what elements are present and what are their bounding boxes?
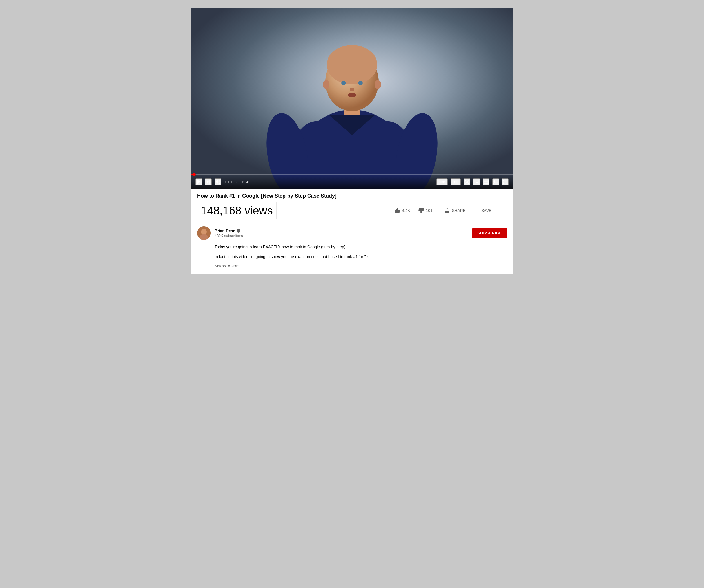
video-info: How to Rank #1 in Google [New Step-by-St…	[191, 189, 513, 222]
divider	[438, 207, 438, 214]
video-thumbnail	[191, 8, 513, 189]
theater-button[interactable]	[483, 179, 489, 185]
volume-icon	[215, 179, 221, 185]
cc-icon: CC	[453, 179, 459, 185]
avatar-image	[197, 226, 211, 240]
svg-point-11	[350, 88, 354, 91]
show-more-button[interactable]: SHOW MORE	[215, 264, 239, 268]
svg-marker-16	[207, 180, 209, 184]
channel-name: Brian Dean	[215, 228, 472, 233]
cc-button[interactable]: CC	[451, 179, 461, 185]
fullscreen-icon	[503, 179, 508, 185]
save-label: SAVE	[481, 208, 491, 213]
like-count: 4.4K	[402, 208, 410, 213]
subscriber-count: 430K subscribers	[215, 234, 472, 238]
next-button[interactable]	[205, 179, 212, 185]
svg-point-14	[374, 80, 381, 89]
gear-icon	[464, 179, 470, 185]
channel-avatar[interactable]	[197, 226, 211, 240]
time-total: 19:49	[241, 180, 251, 184]
svg-point-37	[201, 229, 207, 235]
autoplay-button[interactable]	[436, 179, 448, 185]
miniplayer-button[interactable]	[473, 179, 480, 185]
video-title: How to Rank #1 in Google [New Step-by-St…	[197, 193, 507, 200]
more-dots: ···	[498, 207, 505, 214]
action-buttons: 4.4K 101	[391, 205, 507, 216]
share-button[interactable]: SHARE	[441, 205, 469, 216]
description-line1: Today you're going to learn EXACTLY how …	[215, 244, 507, 250]
like-button[interactable]: 4.4K	[391, 205, 414, 216]
svg-point-8	[327, 45, 377, 84]
time-separator: /	[236, 180, 237, 184]
svg-marker-18	[216, 180, 218, 184]
svg-point-12	[348, 93, 356, 97]
fullscreen-button[interactable]	[502, 179, 509, 185]
channel-info: Brian Dean 430K subscribers	[215, 228, 472, 238]
svg-point-9	[341, 81, 346, 85]
svg-rect-17	[209, 180, 210, 184]
channel-row: Brian Dean 430K subscribers SUBSCRIBE	[191, 222, 513, 244]
save-button[interactable]: SAVE	[470, 205, 495, 216]
svg-point-10	[358, 81, 363, 85]
subscribe-button[interactable]: SUBSCRIBE	[472, 228, 507, 238]
controls-bar: 0:01 / 19:49 CC	[191, 175, 513, 189]
autoplay-icon	[439, 179, 445, 185]
volume-button[interactable]	[215, 179, 221, 185]
description-area: Today you're going to learn EXACTLY how …	[191, 244, 513, 274]
svg-point-23	[466, 181, 468, 183]
time-display: 0:01	[225, 180, 232, 184]
svg-rect-28	[495, 180, 498, 183]
thumbs-up-icon	[394, 207, 400, 214]
verified-icon	[237, 229, 240, 233]
theater-icon	[483, 179, 489, 185]
description-line2: In fact, in this video I'm going to show…	[215, 254, 507, 260]
svg-point-20	[443, 181, 445, 183]
share-label: SHARE	[452, 208, 466, 213]
miniplayer-icon	[474, 179, 479, 185]
play-button[interactable]	[195, 179, 202, 185]
svg-rect-25	[476, 182, 478, 183]
thumbs-down-icon	[418, 207, 424, 214]
dislike-count: 101	[426, 208, 432, 213]
next-icon	[206, 179, 211, 185]
cast-button[interactable]	[492, 179, 499, 185]
youtube-player-container: 0:01 / 19:49 CC	[191, 8, 513, 274]
dislike-button[interactable]: 101	[414, 205, 435, 216]
play-icon	[196, 179, 201, 185]
share-icon	[444, 207, 450, 214]
svg-text:CC: CC	[454, 181, 457, 183]
cast-icon	[493, 179, 498, 185]
settings-button[interactable]	[464, 179, 470, 185]
video-meta-row: 148,168 views 4.4K 101	[197, 202, 507, 222]
svg-marker-15	[197, 180, 200, 184]
more-options-button[interactable]: ···	[496, 205, 507, 216]
save-icon	[473, 207, 480, 214]
video-player[interactable]: 0:01 / 19:49 CC	[191, 8, 513, 189]
svg-point-13	[323, 80, 330, 89]
channel-name-text: Brian Dean	[215, 228, 235, 233]
right-controls: CC	[436, 179, 509, 185]
views-count: 148,168 views	[197, 202, 277, 219]
svg-rect-26	[484, 180, 488, 184]
